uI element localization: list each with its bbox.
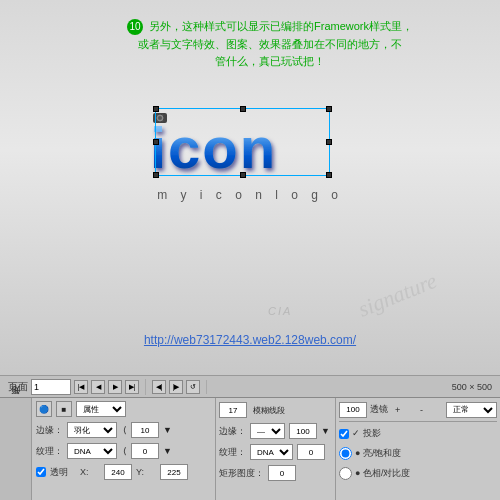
props-middle: 模糊线段 边缘： — ▼ 纹理： DNA 矩形图度： xyxy=(215,398,335,500)
opacity-label: 透镜 xyxy=(370,403,390,416)
middle-row-1: 模糊线段 xyxy=(219,401,332,419)
annotation-line2: 或者与文字特效、图案、效果器叠加在不同的地方，不 xyxy=(138,38,402,50)
middle-border-val[interactable] xyxy=(289,423,317,439)
brightness-radio[interactable] xyxy=(339,447,352,460)
shadow-checkbox[interactable] xyxy=(339,429,349,439)
colorbal-radio[interactable] xyxy=(339,467,352,480)
page-prev-btn[interactable]: ◀ xyxy=(91,380,105,394)
props-row-texture: 纹理： DNA None ⟨ ▼ xyxy=(36,442,211,460)
toolbar-area: 页面 |◀ ◀ ▶ ▶| ◀| |▶ ↺ 500 × 500 矩形 🔵 ■ xyxy=(0,375,500,500)
right-brightness-row: ● 亮/饱和度 xyxy=(339,445,497,462)
middle-texture-label: 纹理： xyxy=(219,446,246,459)
transparent-label: 透明 xyxy=(50,466,70,479)
icon-logo-svg: icon icon xyxy=(145,110,355,180)
watermark: signature xyxy=(346,261,444,328)
opacity-input[interactable] xyxy=(339,402,367,418)
rect-label: 矩形图度： xyxy=(219,467,264,480)
y-label: Y: xyxy=(136,467,156,477)
svg-text:icon: icon xyxy=(150,115,277,180)
middle-row-border: 边缘： — ▼ xyxy=(219,422,332,440)
page-label: 页面 xyxy=(8,380,28,394)
canvas-size: 500 × 500 xyxy=(452,382,492,392)
page-indicator: 页面 |◀ ◀ ▶ ▶| xyxy=(8,379,146,395)
refresh-btn[interactable]: ↺ xyxy=(186,380,200,394)
middle-border-label: 边缘： xyxy=(219,425,246,438)
blur-label: 模糊线段 xyxy=(253,405,285,416)
right-colorbal-row: ● 色相/对比度 xyxy=(339,465,497,482)
props-right: 透镜 + - 正常 正片叠底 滤色 ✓ 投影 ● 亮/饱和度 xyxy=(335,398,500,500)
props-row-border: 边缘： 羽化 实线 ⟨ ▼ xyxy=(36,421,211,439)
master-prev-btn[interactable]: ◀| xyxy=(152,380,166,394)
annotation-line1: 另外，这种样式可以显示已编排的Framework样式里， xyxy=(149,20,413,32)
style-icon-1[interactable]: 🔵 xyxy=(36,401,52,417)
y-input[interactable] xyxy=(160,464,188,480)
canvas-area: 10 另外，这种样式可以显示已编排的Framework样式里， 或者与文字特效、… xyxy=(0,0,500,375)
right-shadow-row: ✓ 投影 xyxy=(339,425,497,442)
middle-texture-select[interactable]: DNA xyxy=(250,444,293,460)
right-opacity-row: 透镜 + - 正常 正片叠底 滤色 xyxy=(339,401,497,418)
right-divider xyxy=(339,421,497,422)
middle-row-texture: 纹理： DNA xyxy=(219,443,332,461)
transparent-checkbox[interactable] xyxy=(36,467,46,477)
border-val-input[interactable] xyxy=(131,422,159,438)
plus-icon: + xyxy=(395,405,415,415)
border-type-select[interactable]: 羽化 实线 xyxy=(67,422,117,438)
texture-type-select[interactable]: DNA None xyxy=(67,443,117,459)
nav-buttons: ◀| |▶ ↺ xyxy=(152,380,207,394)
middle-border-select[interactable]: — xyxy=(250,423,285,439)
texture-icon: ⟨ xyxy=(123,446,127,456)
subtitle-text: m y i c o n l o g o xyxy=(157,188,343,202)
style-select[interactable]: 属性 纹理 xyxy=(76,401,126,417)
x-label: X: xyxy=(80,467,100,477)
texture-arrow: ▼ xyxy=(163,446,172,456)
props-row-xy: 透明 X: Y: xyxy=(36,463,211,481)
texture-label: 纹理： xyxy=(36,445,63,458)
minus-icon: - xyxy=(420,405,440,415)
props-main: 🔵 ■ 属性 纹理 边缘： 羽化 实线 ⟨ ▼ 纹理： xyxy=(32,398,215,500)
page-input[interactable] xyxy=(31,379,71,395)
svg-text:signature: signature xyxy=(355,268,441,321)
colorbal-label: ● 色相/对比度 xyxy=(355,467,410,480)
icon-logo-container: icon icon xyxy=(145,110,355,184)
blend-mode-select[interactable]: 正常 正片叠底 滤色 xyxy=(446,402,497,418)
page-first-btn[interactable]: |◀ xyxy=(74,380,88,394)
middle-val1-input[interactable] xyxy=(219,402,247,418)
style-icon-2[interactable]: ■ xyxy=(56,401,72,417)
border-arrow: ▼ xyxy=(163,425,172,435)
annotation-line3: 管什么，真已玩试把！ xyxy=(215,55,325,67)
props-type-col: 矩形 xyxy=(0,398,32,500)
props-row-1: 🔵 ■ 属性 纹理 xyxy=(36,400,211,418)
shadow-label: ✓ 投影 xyxy=(352,427,381,440)
brightness-label: ● 亮/饱和度 xyxy=(355,447,401,460)
x-input[interactable] xyxy=(104,464,132,480)
cia-text: CIA xyxy=(268,305,292,317)
properties-panel: 矩形 🔵 ■ 属性 纹理 边缘： 羽化 实线 ⟨ xyxy=(0,398,500,500)
status-bar: 页面 |◀ ◀ ▶ ▶| ◀| |▶ ↺ 500 × 500 xyxy=(0,376,500,398)
middle-texture-val[interactable] xyxy=(297,444,325,460)
annotation-block: 10 另外，这种样式可以显示已编排的Framework样式里， 或者与文字特效、… xyxy=(60,18,480,71)
annotation-number: 10 xyxy=(127,19,143,35)
border-label: 边缘： xyxy=(36,424,63,437)
middle-border-arrow: ▼ xyxy=(321,426,330,436)
middle-row-rect: 矩形图度： xyxy=(219,464,332,482)
page-next-btn[interactable]: ▶ xyxy=(108,380,122,394)
rect-val-input[interactable] xyxy=(268,465,296,481)
texture-val-input[interactable] xyxy=(131,443,159,459)
svg-point-4 xyxy=(158,116,162,120)
url-link[interactable]: http://web73172443.web2.128web.com/ xyxy=(144,333,356,347)
border-icon: ⟨ xyxy=(123,425,127,435)
master-next-btn[interactable]: |▶ xyxy=(169,380,183,394)
page-last-btn[interactable]: ▶| xyxy=(125,380,139,394)
